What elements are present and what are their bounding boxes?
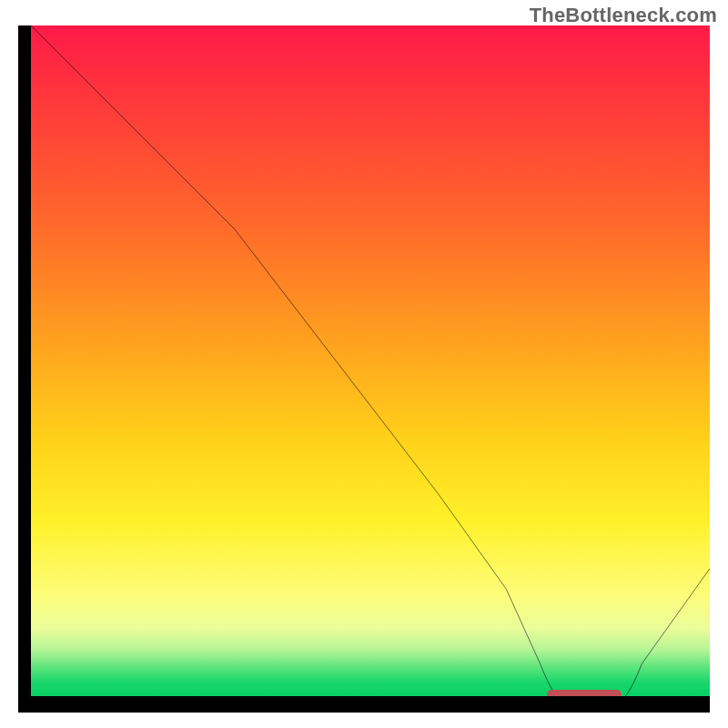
bottleneck-curve [31,25,710,696]
chart-container: TheBottleneck.com [0,0,728,728]
plot-area [31,25,710,696]
plot-frame [18,25,710,713]
optimal-range-marker [547,690,622,696]
curve-path [31,25,710,696]
watermark-text: TheBottleneck.com [530,4,717,27]
